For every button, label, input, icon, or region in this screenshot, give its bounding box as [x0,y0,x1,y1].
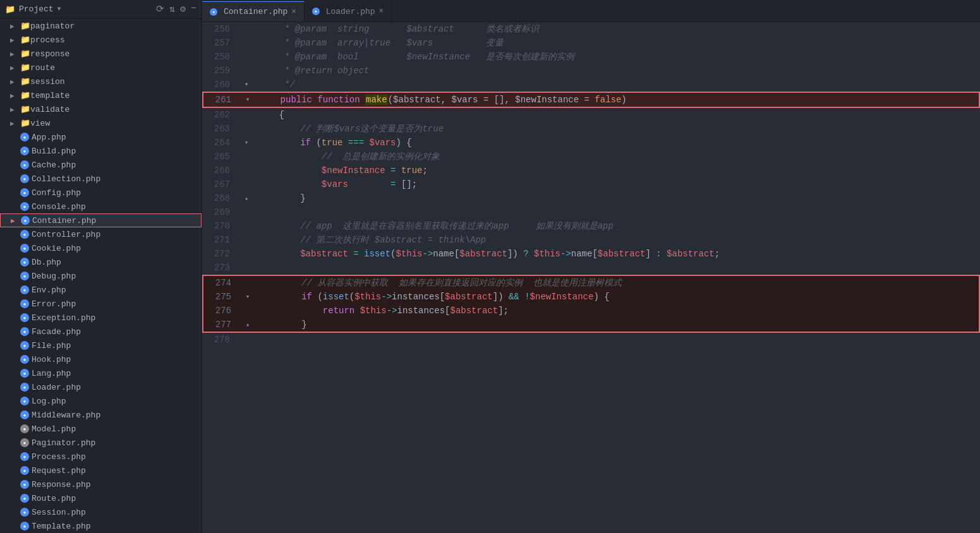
code-line-259: 259 * @return object [202,64,980,78]
line-number: 259 [202,64,240,78]
sidebar-item-console-php[interactable]: ● Console.php [0,200,202,213]
line-gutter: ▴ [241,318,254,332]
sidebar-item-exception-php[interactable]: ● Exception.php [0,311,202,325]
php-icon: ● [20,160,29,169]
line-content: // 从容器实例中获取 如果存在则直接返回对应的实例 也就是使用注册树模式 [254,276,979,290]
sidebar-item-cookie-php[interactable]: ● Cookie.php [0,241,202,255]
sidebar-item-route-php[interactable]: ● Route.php [0,491,202,505]
line-number: 263 [202,122,240,136]
tab-close-button[interactable]: × [379,7,384,16]
code-editor[interactable]: 256 * @param string $abstract 类名或者标识 257… [202,22,980,533]
line-number: 268 [202,191,240,205]
sidebar-item-template-php[interactable]: ● Template.php [0,519,202,533]
sidebar-item-build-php[interactable]: ● Build.php [0,144,202,158]
php-icon: ● [20,480,29,489]
line-content: } [253,191,980,205]
sidebar-item-validate[interactable]: ▶ 📁 validate [0,102,202,116]
sidebar-item-error-php[interactable]: ● Error.php [0,297,202,311]
php-icon: ● [20,369,29,378]
line-content: // 判断$vars这个变量是否为true [253,122,980,136]
code-line-258: 258 * @param bool $newInstance 是否每次创建新的实… [202,50,980,64]
sidebar-item-view[interactable]: ▶ 📁 view [0,116,202,130]
line-number: 277 [203,318,241,332]
sidebar-item-config-php[interactable]: ● Config.php [0,186,202,200]
php-icon: ● [20,133,29,141]
php-icon: ● [20,494,29,503]
sidebar-item-session[interactable]: ▶ 📁 session [0,75,202,88]
sidebar-item-collection-php[interactable]: ● Collection.php [0,172,202,186]
sidebar-item-loader-php[interactable]: ● Loader.php [0,380,202,394]
line-content: * @param bool $newInstance 是否每次创建新的实例 [253,50,980,64]
sidebar-item-process-php[interactable]: ● Process.php [0,450,202,464]
php-icon: ● [20,341,29,350]
sidebar-item-db-php[interactable]: ● Db.php [0,255,202,269]
sidebar-item-route[interactable]: ▶ 📁 route [0,61,202,75]
sort-icon[interactable]: ⇅ [169,3,175,15]
code-line-266: 266 $newInstance = true; [202,164,980,177]
folder-icon: 📁 [20,90,30,100]
sidebar-title-text: Project [19,4,54,14]
line-content: // 第二次执行时 $abstract = think\App [253,233,980,247]
sidebar-item-facade-php[interactable]: ● Facade.php [0,325,202,338]
sidebar-item-controller-php[interactable]: ● Controller.php [0,227,202,241]
folder-icon: 📁 [5,4,15,15]
sidebar-item-response-php[interactable]: ● Response.php [0,477,202,491]
sidebar-header-actions: ⟳ ⇅ ⚙ − [156,3,197,15]
sidebar-item-lang-php[interactable]: ● Lang.php [0,366,202,380]
settings-icon[interactable]: ⚙ [180,3,186,15]
php-icon: ● [20,466,29,475]
php-icon: ● [20,299,29,308]
sidebar-item-request-php[interactable]: ● Request.php [0,464,202,477]
line-number: 257 [202,36,240,50]
sync-icon[interactable]: ⟳ [156,3,164,15]
line-content: if (isset($this->instances[$abstract]) &… [254,290,979,304]
php-icon: ● [20,452,29,461]
line-content [253,333,980,347]
sidebar-item-env-php[interactable]: ● Env.php [0,283,202,297]
sidebar-item-cache-php[interactable]: ● Cache.php [0,158,202,172]
folder-icon: 📁 [20,63,30,73]
dropdown-icon: ▼ [57,6,61,13]
line-content: // 总是创建新的实例化对象 [253,150,980,164]
sidebar-item-debug-php[interactable]: ● Debug.php [0,269,202,283]
line-content [253,205,980,219]
tab-icon: ● [210,8,217,16]
sidebar: 📁 Project ▼ ⟳ ⇅ ⚙ − ▶ 📁 paginator ▶ 📁 pr… [0,0,202,533]
sidebar-item-app-php[interactable]: ● App.php [0,130,202,144]
sidebar-item-model-php[interactable]: ● Model.php [0,422,202,436]
line-number: 266 [202,164,240,177]
code-line-271: 271 // 第二次执行时 $abstract = think\App [202,233,980,247]
sidebar-item-middleware-php[interactable]: ● Middleware.php [0,408,202,422]
sidebar-item-paginator-php[interactable]: ● Paginator.php [0,436,202,450]
sidebar-item-file-php[interactable]: ● File.php [0,338,202,352]
php-icon: ● [20,244,29,253]
line-content [253,261,980,275]
sidebar-item-container-php[interactable]: ▶ ● Container.php [0,213,202,227]
line-content: */ [253,78,980,92]
code-line-264: 264 ▾ if (true === $vars) { [202,136,980,150]
code-line-260: 260 ▾ */ [202,78,980,92]
sidebar-item-log-php[interactable]: ● Log.php [0,394,202,408]
php-icon: ● [20,188,29,197]
sidebar-item-process[interactable]: ▶ 📁 process [0,33,202,47]
code-line-277: 277 ▴ } [203,318,979,332]
highlighted-block: 274 // 从容器实例中获取 如果存在则直接返回对应的实例 也就是使用注册树模… [202,275,980,333]
code-line-267: 267 $vars = []; [202,177,980,191]
sidebar-item-hook-php[interactable]: ● Hook.php [0,352,202,366]
tab-container-php[interactable]: ● Container.php × [202,1,305,21]
code-line-273: 273 [202,261,980,275]
tab-loader-php[interactable]: ● Loader.php × [305,1,392,21]
line-gutter: ▾ [241,290,254,304]
line-number: 276 [203,304,241,318]
line-content: * @param array|true $vars 变量 [253,36,980,50]
sidebar-item-session-php[interactable]: ● Session.php [0,505,202,519]
code-line-272: 272 $abstract = isset($this->name[$abstr… [202,247,980,261]
sidebar-item-template[interactable]: ▶ 📁 template [0,88,202,102]
sidebar-item-response[interactable]: ▶ 📁 response [0,47,202,61]
sidebar-item-paginator[interactable]: ▶ 📁 paginator [0,19,202,33]
line-number: 278 [202,333,240,347]
minimize-icon[interactable]: − [191,3,197,15]
php-icon: ● [20,174,29,183]
line-number: 256 [202,22,240,36]
tab-close-button[interactable]: × [291,8,296,16]
